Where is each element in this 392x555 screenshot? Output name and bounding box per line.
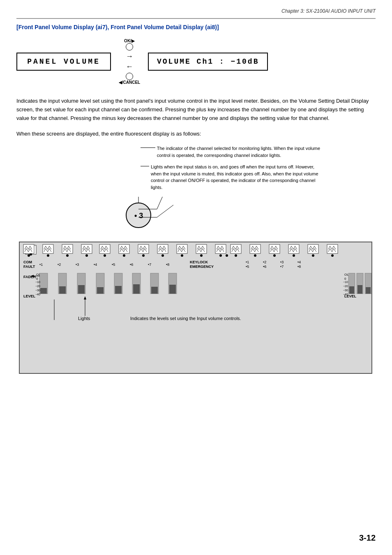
svg-text:•2: •2 bbox=[263, 260, 266, 264]
level-label-right: LEVEL bbox=[344, 294, 357, 298]
section-title: [Front Panel Volume Display (ai7), Front… bbox=[16, 24, 376, 30]
annotation2-text: Lights when the input status is on, and … bbox=[141, 164, 325, 191]
fader-label: FADER bbox=[23, 275, 36, 279]
svg-line-6 bbox=[157, 205, 173, 217]
svg-point-20 bbox=[47, 254, 49, 257]
svg-text:•1: •1 bbox=[39, 263, 43, 267]
svg-point-51 bbox=[331, 254, 334, 257]
display-row: PANEL VOLUME OK/▶ → ← ◀/CANCEL VOLUME Ch… bbox=[16, 39, 376, 85]
svg-rect-79 bbox=[115, 286, 122, 294]
svg-text:• 3: • 3 bbox=[134, 212, 143, 220]
svg-rect-81 bbox=[133, 284, 140, 294]
emergency-label: EMERGENCY bbox=[190, 265, 214, 269]
svg-rect-85 bbox=[169, 285, 176, 294]
panel-volume-display: PANEL VOLUME bbox=[16, 53, 111, 71]
svg-rect-83 bbox=[151, 287, 158, 294]
com-label: COM bbox=[23, 260, 32, 264]
svg-point-32 bbox=[161, 254, 164, 257]
svg-text:•5: •5 bbox=[246, 265, 249, 269]
level-label-left: LEVEL bbox=[23, 294, 36, 298]
chapter-header: Chapter 3: SX-2100AI AUDIO INPUT UNIT bbox=[16, 8, 376, 14]
svg-point-30 bbox=[142, 254, 145, 257]
keylock-label: KEYLOCK bbox=[190, 260, 208, 264]
svg-point-38 bbox=[219, 254, 222, 257]
svg-point-28 bbox=[123, 254, 125, 257]
svg-point-18 bbox=[28, 254, 30, 257]
volume-detail-display: VOLUME Ch1 : −10dB bbox=[148, 53, 268, 71]
svg-text:•7: •7 bbox=[280, 265, 284, 269]
full-diagram: The indicator of the channel selected fo… bbox=[17, 145, 375, 412]
svg-point-22 bbox=[66, 254, 69, 257]
svg-rect-71 bbox=[40, 288, 47, 294]
svg-text:•8: •8 bbox=[166, 263, 169, 267]
svg-text:•7: •7 bbox=[148, 263, 151, 267]
svg-text:•8: •8 bbox=[297, 265, 301, 269]
level-bars-right bbox=[348, 273, 371, 294]
svg-point-24 bbox=[85, 254, 88, 257]
svg-point-47 bbox=[293, 254, 295, 257]
svg-text:−30: −30 bbox=[35, 289, 40, 292]
svg-text:•6: •6 bbox=[130, 263, 133, 267]
svg-point-43 bbox=[254, 254, 256, 257]
svg-text:•4: •4 bbox=[297, 260, 301, 264]
ok-button-circle[interactable] bbox=[126, 43, 133, 51]
annotation1-text: The indicator of the channel selected fo… bbox=[141, 145, 325, 159]
svg-text:−40: −40 bbox=[35, 293, 40, 296]
left-arrow: ← bbox=[126, 62, 133, 71]
svg-text:0: 0 bbox=[344, 277, 346, 281]
svg-text:0: 0 bbox=[36, 277, 38, 281]
svg-rect-73 bbox=[59, 286, 66, 294]
svg-point-49 bbox=[312, 254, 314, 257]
cancel-label: ◀/CANCEL bbox=[119, 80, 140, 85]
svg-text:•6: •6 bbox=[263, 265, 266, 269]
svg-text:−20: −20 bbox=[35, 285, 40, 288]
right-arrow: → bbox=[126, 52, 133, 61]
svg-text:−20: −20 bbox=[343, 285, 348, 288]
svg-text:•4: •4 bbox=[94, 263, 97, 267]
fault-label: FAULT bbox=[23, 265, 35, 269]
svg-rect-95 bbox=[357, 285, 362, 294]
svg-point-41 bbox=[235, 254, 237, 257]
svg-text:−30: −30 bbox=[343, 289, 348, 292]
svg-line-4 bbox=[157, 197, 173, 209]
cancel-button-circle[interactable] bbox=[126, 73, 133, 80]
svg-text:OL: OL bbox=[344, 273, 349, 276]
description-text: Indicates the input volume level set usi… bbox=[16, 97, 376, 122]
indicates-text: Indicates the levels set using the Input… bbox=[130, 316, 241, 321]
svg-point-36 bbox=[200, 254, 203, 257]
svg-point-34 bbox=[181, 254, 183, 257]
svg-point-39 bbox=[226, 254, 228, 257]
svg-rect-77 bbox=[97, 287, 104, 294]
page-number: 3-12 bbox=[359, 533, 376, 543]
ok-label: OK/▶ bbox=[124, 39, 135, 43]
svg-text:−10: −10 bbox=[35, 281, 40, 283]
svg-rect-75 bbox=[78, 285, 85, 294]
svg-text:−10: −10 bbox=[343, 281, 348, 283]
svg-rect-97 bbox=[366, 287, 371, 294]
lights-label-bottom: Lights bbox=[78, 316, 90, 321]
svg-text:•3: •3 bbox=[76, 263, 79, 267]
fluorescent-note: When these screens are displayed, the en… bbox=[16, 131, 376, 137]
svg-point-45 bbox=[273, 254, 276, 257]
svg-text:•3: •3 bbox=[280, 260, 284, 264]
svg-point-26 bbox=[104, 254, 106, 257]
svg-rect-93 bbox=[349, 286, 354, 294]
svg-text:•2: •2 bbox=[58, 263, 61, 267]
svg-text:•1: •1 bbox=[246, 260, 249, 264]
panel-svg: • 3 M̈ bbox=[17, 197, 375, 410]
svg-text:•5: •5 bbox=[112, 263, 115, 267]
